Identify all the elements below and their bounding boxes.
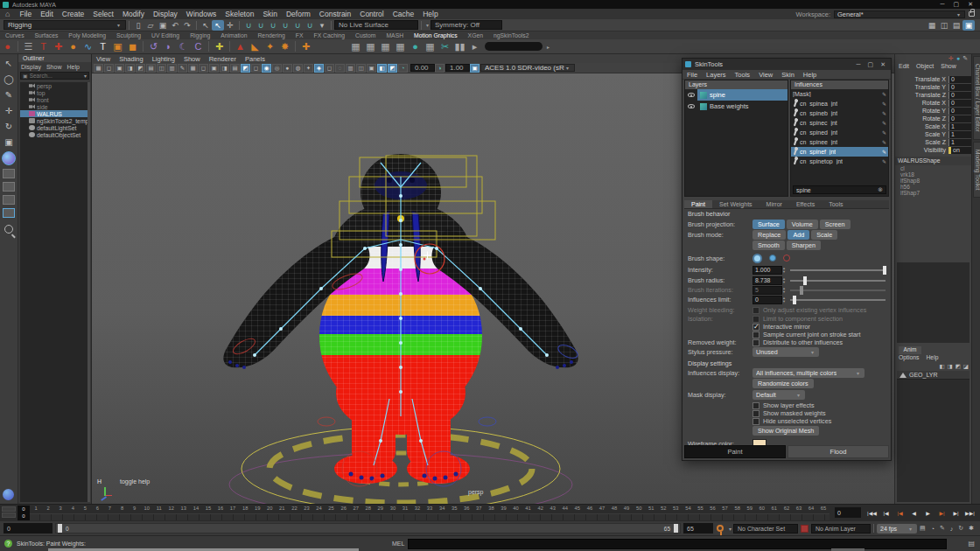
brush-projection-option[interactable]: Surface [752,220,785,229]
outliner-item[interactable]: WALRUS [20,110,88,117]
grid-toggle-icon[interactable]: ▦ [188,64,198,73]
shelf-tab[interactable]: ngSkinTools2 [488,32,534,38]
gamma-field[interactable]: 1.00 [445,64,470,72]
viewport-menu-item[interactable]: View [92,55,115,63]
multisample-icon[interactable]: ▥ [346,64,355,73]
channel-attribute-row[interactable]: Rotate Z 0 [895,115,971,122]
play-forwards-icon[interactable]: ▶ [921,506,934,519]
sidebar-vertical-tab[interactable]: Channel Box / Layer Editor [973,56,980,140]
layer-visibility-icon[interactable] [688,93,695,97]
display-layer-row[interactable]: GEO_LYR [897,371,970,380]
channel-attribute-row[interactable]: Translate Z 0 [895,91,971,99]
split-pane-layout-button[interactable] [3,195,15,205]
snap-projected-center-icon[interactable]: ∪ [279,20,291,31]
film-gate-icon[interactable]: ◻ [199,64,208,73]
influence-filter-input[interactable] [794,187,875,193]
set-key-icon[interactable] [717,525,724,532]
shelf-icon[interactable] [18,41,18,52]
time-slider[interactable]: 0123456789101112131415161718192021222324… [0,504,980,520]
clapboard-e-icon[interactable]: ▦ [423,40,438,53]
greasepencil-icon[interactable]: ✎ [178,64,187,73]
open-scene-icon[interactable]: ▱ [144,20,157,31]
shape-node-item[interactable]: vrk18 [895,171,971,178]
move-pivot-icon[interactable]: ✛ [948,55,954,62]
intensity-field[interactable]: 1.000 [752,266,782,275]
symmetry-field[interactable]: Symmetry: Off [430,20,502,30]
channel-attribute-row[interactable]: Scale X 1 [895,122,971,130]
pause-icon[interactable]: ▮▮ [452,40,467,53]
svg-import-icon[interactable]: ▣ [110,40,125,53]
menu-item[interactable]: Control [355,10,388,18]
redo-icon[interactable]: ↷ [181,20,193,31]
brush-mode-option[interactable]: Scale [811,230,837,240]
influence-row[interactable]: [Mask] ✎ [791,89,888,99]
safe-action-icon[interactable]: ◩ [241,64,250,73]
current-frame-field[interactable]: 0 [835,507,861,518]
shelf-more-caret[interactable]: ▸ [467,40,482,53]
shelf-search-field[interactable] [485,42,542,51]
outliner-search[interactable]: ▣ ▾ [20,72,89,80]
weight-bleeding-checkbox[interactable] [752,307,760,314]
sphere-manip-icon[interactable]: ● [956,55,960,62]
timeline-playhead[interactable]: 00 [18,506,30,520]
type-tool-icon[interactable]: T [36,40,51,53]
four-pane-layout-button[interactable] [3,182,15,192]
shelf-tab[interactable]: Surfaces [30,32,64,38]
outliner-search-input[interactable] [30,73,82,79]
live-surface-field[interactable]: No Live Surface [334,20,418,30]
evaluation-icon[interactable]: ✱ [966,525,976,532]
cached-playback-icon[interactable]: ◔ [928,526,937,532]
brush-radius-field[interactable]: 8.738 [752,276,782,285]
shape-node-header[interactable]: WALRUSShape [895,157,971,165]
resolution-gate-icon[interactable]: ▣ [209,64,219,73]
viewport-menu-item[interactable]: Shading [115,55,148,63]
oversan-icon[interactable]: ▥ [167,64,177,73]
lasso-tool-icon[interactable]: ◯ [3,73,16,85]
menu-item[interactable]: Edit [36,10,58,18]
channel-box-menu-item[interactable]: Show [937,63,960,72]
step-back-frame-icon[interactable]: |◀ [879,506,892,519]
channel-attribute-row[interactable]: Rotate X 0 [895,99,971,107]
isolate-select-icon[interactable]: ▣ [367,64,376,73]
outliner-scrollbar[interactable] [88,82,90,502]
influence-filter[interactable]: ⊗ [793,185,886,194]
timeline-ticks[interactable]: 0123456789101112131415161718192021222324… [18,506,830,513]
ipr-render-icon[interactable]: ◫ [938,20,950,31]
menu-item[interactable]: Windows [182,10,220,18]
motion-blur-icon[interactable]: ◌ [335,64,345,73]
xray-icon[interactable]: ◧ [377,64,387,73]
menu-item[interactable]: Skin [258,10,282,18]
brush-radius-slider[interactable] [790,280,886,282]
snap-grid-icon[interactable]: ∪ [242,20,255,31]
field-chart-icon[interactable]: ▤ [230,64,240,73]
channel-attribute-row[interactable]: Scale Y 1 [895,130,971,138]
select-object-mode-icon[interactable]: ↖ [212,20,224,31]
shelf-tab[interactable]: MASH [381,32,409,38]
range-start-field[interactable]: 0 [4,523,52,534]
cut-clip-icon[interactable]: ✂ [438,40,452,53]
flame-icon[interactable]: ✦ [262,40,277,53]
undo-icon[interactable]: ↶ [169,20,181,31]
time-slider-left-icons[interactable] [2,506,16,520]
layer-editor-anim-tab[interactable]: Anim [899,346,921,354]
layer-move-up-icon[interactable]: ◧ [939,363,944,370]
moon-deformer-icon[interactable]: ☾ [176,40,191,53]
menu-item[interactable]: Constrain [315,10,355,18]
influence-row[interactable]: cn_spined_jnt ✎ [791,128,888,137]
skintools-title-bar[interactable]: SkinTools ─ ▢ ✕ [682,59,891,70]
mash-add-icon[interactable]: ✚ [51,40,66,53]
clapboard-b-icon[interactable]: ▦ [363,40,378,53]
menu-item[interactable]: Display [149,10,182,18]
shape-node-item[interactable]: lfShap7 [895,190,971,196]
auto-key-icon[interactable]: ✎ [937,525,948,532]
step-forward-key-icon[interactable]: ▶| [935,506,948,519]
influence-row[interactable]: cn_spinec_jnt ✎ [791,118,888,128]
skintools-maximize-icon[interactable]: ▢ [868,61,874,68]
mel-label[interactable]: MEL [392,541,408,547]
toolbar-icon[interactable] [196,21,197,30]
image-plane-icon[interactable]: ▤ [146,64,156,73]
intensity-slider[interactable] [790,269,886,271]
render-settings-icon[interactable]: ▤ [950,20,962,31]
mash-stack-icon[interactable]: ☰ [21,40,36,53]
type-text-icon[interactable]: T [95,40,110,53]
